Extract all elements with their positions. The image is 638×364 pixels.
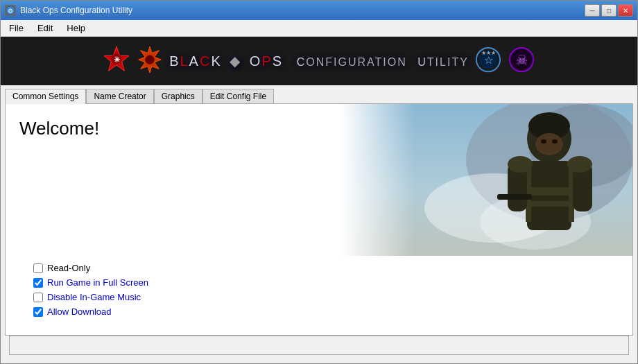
- banner-right-icon-2: ☠: [508, 44, 535, 78]
- tab-common-settings[interactable]: Common Settings: [5, 89, 86, 104]
- minimize-button[interactable]: ─: [585, 4, 600, 17]
- maximize-button[interactable]: □: [601, 4, 617, 17]
- content-area: Welcome!: [1, 103, 637, 363]
- title-bar: ⚙ Black Ops Configuration Utility ─ □ ✕: [1, 1, 637, 20]
- banner-content: ✳ BLACK ◆ OPS CONFIGURATION UTILI: [103, 44, 535, 78]
- tab-graphics[interactable]: Graphics: [154, 89, 202, 104]
- checkbox-row-readonly: Read-Only: [33, 263, 605, 273]
- main-panel: Welcome!: [5, 103, 633, 336]
- soldier-background-art: [341, 104, 632, 256]
- allow-download-checkbox[interactable]: [33, 307, 43, 317]
- header-banner: ✳ BLACK ◆ OPS CONFIGURATION UTILI: [1, 37, 637, 85]
- readonly-label[interactable]: Read-Only: [47, 263, 90, 273]
- close-button[interactable]: ✕: [618, 4, 633, 17]
- app-icon: ⚙: [5, 5, 16, 16]
- checkbox-row-fullscreen: Run Game in Full Screen: [33, 277, 605, 288]
- svg-point-6: [145, 55, 154, 64]
- allow-download-label[interactable]: Allow Download: [47, 306, 112, 317]
- banner-left-icon-1: ✳: [103, 44, 130, 78]
- banner-right-icon-1: ☆ ★★★: [474, 44, 502, 78]
- svg-text:★★★: ★★★: [481, 50, 495, 56]
- checkbox-row-music: Disable In-Game Music: [33, 292, 605, 302]
- readonly-checkbox[interactable]: [33, 263, 43, 273]
- svg-text:✳: ✳: [114, 55, 121, 64]
- tabs-container: Common Settings Name Creator Graphics Ed…: [1, 85, 637, 103]
- window-controls: ─ □ ✕: [585, 4, 633, 17]
- status-bar: [9, 336, 629, 355]
- menu-bar: File Edit Help: [1, 20, 637, 37]
- svg-rect-35: [341, 104, 632, 256]
- fullscreen-label[interactable]: Run Game in Full Screen: [47, 277, 148, 288]
- window-title: Black Ops Configuration Utility: [20, 6, 585, 15]
- checkboxes-area: Read-Only Run Game in Full Screen Disabl…: [6, 256, 632, 335]
- disable-music-checkbox[interactable]: [33, 293, 43, 302]
- welcome-area: Welcome!: [6, 104, 632, 256]
- tab-edit-config[interactable]: Edit Config File: [202, 89, 274, 104]
- svg-text:☠: ☠: [515, 53, 527, 67]
- banner-left-icon-2: [136, 44, 164, 78]
- checkbox-row-download: Allow Download: [33, 306, 605, 317]
- menu-file[interactable]: File: [3, 21, 29, 35]
- main-window: ⚙ Black Ops Configuration Utility ─ □ ✕ …: [0, 0, 638, 364]
- svg-text:⚙: ⚙: [8, 8, 13, 15]
- menu-edit[interactable]: Edit: [32, 21, 58, 35]
- disable-music-label[interactable]: Disable In-Game Music: [47, 292, 141, 302]
- banner-title-text: BLACK ◆ OPS CONFIGURATION UTILITY: [169, 53, 469, 69]
- menu-help[interactable]: Help: [61, 21, 91, 35]
- tab-name-creator[interactable]: Name Creator: [86, 89, 153, 104]
- fullscreen-checkbox[interactable]: [33, 278, 43, 288]
